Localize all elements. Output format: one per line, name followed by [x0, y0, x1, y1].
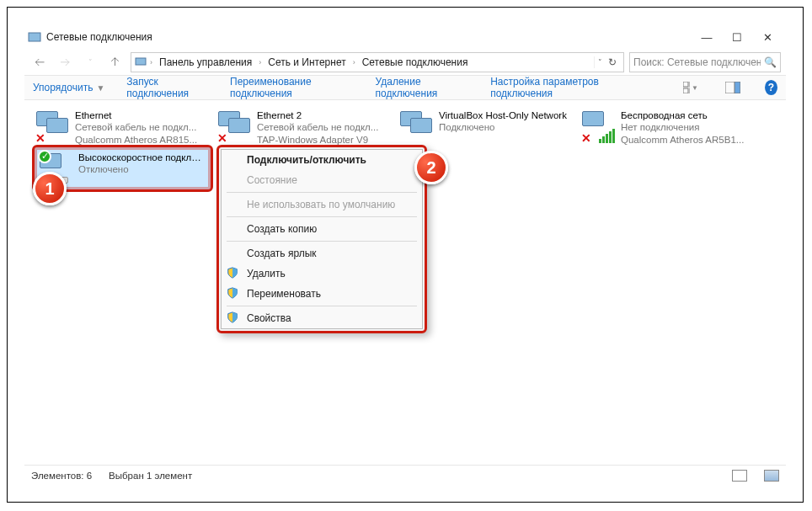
ctx-create-copy[interactable]: Создать копию: [222, 219, 422, 239]
ctx-no-default: Не использовать по умолчанию: [222, 194, 422, 215]
connection-device: Qualcomm Atheros AR815...: [75, 134, 211, 146]
window-icon: [28, 30, 41, 44]
forward-button[interactable]: 🡢: [55, 52, 75, 72]
crumb-sep: ›: [259, 58, 261, 67]
connection-status: Сетевой кабель не подкл...: [75, 121, 211, 133]
address-icon: [135, 56, 147, 70]
crumb-1[interactable]: Сеть и Интернет: [264, 56, 349, 68]
connection-status: Отключено: [78, 163, 206, 175]
details-view-button[interactable]: [732, 470, 747, 482]
address-bar[interactable]: › Панель управления › Сеть и Интернет › …: [131, 52, 624, 72]
svg-rect-1: [136, 58, 146, 65]
disconnected-icon: ✕: [216, 133, 228, 145]
titlebar[interactable]: Сетевые подключения — ☐ ✕: [24, 24, 786, 50]
ctx-separator: [227, 306, 417, 306]
check-icon: ✓: [38, 150, 51, 163]
context-menu: Подключить/отключить Состояние Не исполь…: [216, 145, 427, 333]
svg-rect-2: [683, 82, 688, 87]
item-count: Элементов: 6: [31, 471, 92, 481]
ctx-connect-disconnect[interactable]: Подключить/отключить: [222, 150, 422, 170]
ctx-status: Состояние: [222, 170, 422, 190]
search-input[interactable]: Поиск: Сетевые подключения 🔍: [629, 52, 781, 72]
connection-status: Подключено: [439, 121, 575, 133]
connection-status: Нет подключения: [621, 121, 757, 133]
connection-device: TAP-Windows Adapter V9: [257, 134, 393, 146]
crumb-0[interactable]: Панель управления: [156, 56, 255, 68]
crumb-sep: ›: [150, 58, 152, 67]
annotation-marker-1: 1: [33, 172, 67, 205]
view-options-button[interactable]: ▼: [681, 80, 701, 95]
svg-rect-4: [683, 88, 688, 93]
connection-item[interactable]: ✕ Ethernet 2 Сетевой кабель не подкл... …: [215, 107, 397, 147]
ctx-separator: [227, 192, 417, 193]
connection-name: Высокоскоростное подключение: [78, 152, 206, 163]
search-icon: 🔍: [764, 56, 777, 68]
organize-menu[interactable]: Упорядочить▼: [33, 82, 104, 93]
delete-connection-button[interactable]: Удаление подключения: [376, 76, 469, 99]
connection-device: Qualcomm Atheros AR5B1...: [621, 134, 757, 146]
search-placeholder: Поиск: Сетевые подключения: [633, 56, 761, 68]
shield-icon: [227, 287, 240, 301]
connection-name: VirtualBox Host-Only Network: [439, 109, 575, 121]
connection-status: Сетевой кабель не подкл...: [257, 121, 393, 133]
svg-rect-7: [735, 82, 740, 93]
crumb-2[interactable]: Сетевые подключения: [359, 56, 472, 68]
ctx-rename[interactable]: Переименовать: [222, 284, 422, 304]
connection-item[interactable]: ✕ Ethernet Сетевой кабель не подкл... Qu…: [33, 107, 215, 147]
connection-name: Ethernet: [75, 109, 211, 121]
ctx-create-shortcut[interactable]: Создать ярлык: [222, 243, 422, 263]
screenshot-frame: Сетевые подключения — ☐ ✕ 🡠 🡢 ˅ 🡡 › Пане…: [7, 7, 804, 503]
rename-connection-button[interactable]: Переименование подключения: [230, 76, 353, 99]
selection-count: Выбран 1 элемент: [109, 471, 192, 481]
start-connection-button[interactable]: Запуск подключения: [126, 76, 208, 99]
minimize-button[interactable]: —: [692, 25, 722, 49]
ctx-separator: [227, 241, 417, 242]
ctx-separator: [227, 216, 417, 217]
help-button[interactable]: ?: [765, 80, 777, 95]
tiles-view-button[interactable]: [764, 470, 779, 482]
connection-item[interactable]: ✕ Беспроводная сеть Нет подключения Qual…: [579, 107, 761, 147]
connection-name: Беспроводная сеть: [621, 109, 757, 121]
svg-rect-0: [29, 33, 40, 41]
command-bar: Упорядочить▼ Запуск подключения Переимен…: [24, 75, 786, 100]
close-button[interactable]: ✕: [752, 25, 783, 49]
up-button[interactable]: 🡡: [105, 52, 126, 72]
nav-bar: 🡠 🡢 ˅ 🡡 › Панель управления › Сеть и Инт…: [24, 50, 786, 75]
shield-icon: [227, 267, 240, 280]
ctx-delete[interactable]: Удалить: [222, 263, 422, 284]
preview-pane-button[interactable]: [723, 80, 743, 95]
disconnected-icon: ✕: [35, 133, 46, 145]
crumb-sep: ›: [353, 58, 355, 67]
connection-item[interactable]: VirtualBox Host-Only Network Подключено: [397, 107, 579, 147]
recent-dropdown[interactable]: ˅: [80, 52, 100, 72]
wifi-icon: [599, 129, 615, 143]
connection-settings-button[interactable]: Настройка параметров подключения: [490, 76, 637, 99]
maximize-button[interactable]: ☐: [722, 25, 752, 49]
back-button[interactable]: 🡠: [29, 52, 50, 72]
refresh-button[interactable]: ˅ ↻: [594, 56, 620, 68]
ctx-properties[interactable]: Свойства: [222, 308, 422, 328]
shield-icon: [227, 311, 240, 325]
connection-name: Ethernet 2: [257, 109, 393, 121]
annotation-marker-2: 2: [414, 151, 448, 184]
disconnected-icon: ✕: [580, 133, 592, 145]
status-bar: Элементов: 6 Выбран 1 элемент: [24, 465, 786, 485]
window-title: Сетевые подключения: [46, 31, 692, 43]
